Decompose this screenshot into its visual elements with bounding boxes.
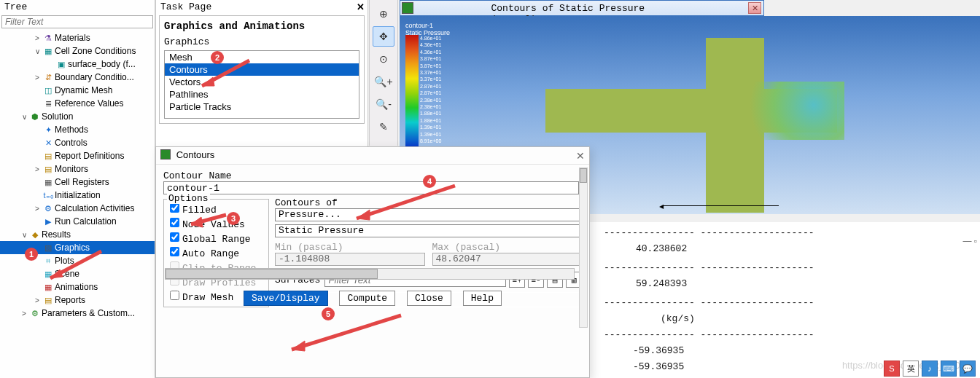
tree-toggle-icon[interactable]: > xyxy=(32,165,42,173)
tree-item[interactable]: >⚗Materials xyxy=(0,31,155,44)
tree-item[interactable]: ≣Reference Values xyxy=(0,97,155,110)
dialog-vscroll-thumb[interactable] xyxy=(580,168,587,183)
tree-node-icon: ⇵ xyxy=(42,72,54,82)
legend-tick: 1.39e+01 xyxy=(420,131,441,138)
dialog-hscroll-thumb[interactable] xyxy=(166,269,378,279)
tree-node-label: Initialization xyxy=(55,190,101,200)
view-toolbar-button[interactable]: 🔍+ xyxy=(373,71,394,92)
tree-item[interactable]: ▶Run Calculation xyxy=(0,215,155,228)
dialog-vscrollbar[interactable] xyxy=(579,168,588,328)
tree-node-icon: t₌₀ xyxy=(42,190,54,200)
console-line: 59.248393 xyxy=(604,276,965,292)
global-range-checkbox[interactable] xyxy=(170,232,179,242)
legend-tick: 4.86e+01 xyxy=(420,35,441,42)
ime-voice-icon[interactable]: ♪ xyxy=(922,361,938,377)
tree-node-label: Solution xyxy=(42,111,73,122)
tree-item[interactable]: >⚙Calculation Activities xyxy=(0,202,155,215)
compute-button[interactable]: Compute xyxy=(339,291,395,306)
tree-item[interactable]: ▣surface_body (f... xyxy=(0,58,155,71)
console-line: 40.238602 xyxy=(604,241,965,257)
svg-marker-3 xyxy=(357,210,370,220)
task-page-title: Task Page ✕ xyxy=(156,0,368,14)
auto-range-checkbox[interactable] xyxy=(170,247,179,256)
close-button[interactable]: Close xyxy=(407,291,451,306)
legend-tick: 8.91e+00 xyxy=(420,138,441,144)
tree-node-label: Boundary Conditio... xyxy=(55,72,134,82)
tree-node-label: Controls xyxy=(55,138,88,148)
save-display-button[interactable]: Save/Display xyxy=(244,291,328,306)
render-window-titlebar[interactable]: Contours of Static Pressure (pascal) ✕ xyxy=(400,0,764,16)
dialog-titlebar[interactable]: Contours ✕ xyxy=(156,147,589,165)
tree-item[interactable]: ▦Cell Registers xyxy=(0,176,155,189)
tree-toggle-icon[interactable]: > xyxy=(19,310,29,318)
tree-node-label: Parameters & Custom... xyxy=(42,308,135,318)
tree-item[interactable]: ▤Report Definitions xyxy=(0,149,155,162)
task-page-panel: Task Page ✕ Graphics and Animations Grap… xyxy=(155,0,368,153)
annotation-bubble-5: 5 xyxy=(322,307,335,320)
option-auto-range[interactable]: Auto Range xyxy=(167,245,265,259)
dialog-close-button[interactable]: ✕ xyxy=(576,150,585,162)
ime-keyboard-icon[interactable]: ⌨ xyxy=(941,361,957,377)
tree-item[interactable]: ∨◆Results xyxy=(0,228,155,241)
render-window-close-button[interactable]: ✕ xyxy=(748,2,761,14)
tree-node-label: Methods xyxy=(55,125,88,135)
minimize-icon[interactable]: — ▫ xyxy=(962,236,977,246)
legend-tick: 2.87e+01 xyxy=(420,83,441,90)
task-page-label: Task Page xyxy=(160,1,211,12)
task-page-close-button[interactable]: ✕ xyxy=(357,1,365,12)
tree-node-icon: ⚙ xyxy=(42,203,54,213)
tree-item[interactable]: ✦Methods xyxy=(0,123,155,136)
tree-node-icon: ⬢ xyxy=(29,111,41,122)
tree-item[interactable]: ∨⬢Solution xyxy=(0,110,155,123)
tree-item[interactable]: ∨▦Cell Zone Conditions xyxy=(0,44,155,58)
svg-marker-4 xyxy=(292,341,305,351)
legend-tick: 4.36e+01 xyxy=(420,42,441,48)
view-toolbar-button[interactable]: ⊙ xyxy=(373,49,394,69)
task-heading: Graphics and Animations xyxy=(164,20,359,32)
tree-toggle-icon[interactable]: > xyxy=(32,205,42,213)
variable-sub-select[interactable]: Static Pressure xyxy=(275,224,582,237)
contour-gradient xyxy=(742,82,844,140)
tree-toggle-icon[interactable]: ∨ xyxy=(19,113,29,121)
legend-ticks: 4.86e+014.36e+014.36e+013.87e+013.87e+01… xyxy=(420,35,441,151)
view-toolbar-button[interactable]: ⊕ xyxy=(373,4,394,24)
tree-panel: Tree >⚗Materials∨▦Cell Zone Conditions▣s… xyxy=(0,0,155,378)
tree-toggle-icon[interactable]: > xyxy=(32,74,42,82)
tree-node-label: surface_body (f... xyxy=(68,59,136,69)
tree-item[interactable]: >⇵Boundary Conditio... xyxy=(0,71,155,84)
tree-item[interactable]: >▤Monitors xyxy=(0,162,155,176)
graphics-list-item[interactable]: Particle Tracks xyxy=(165,101,359,113)
ime-chat-icon[interactable]: 💬 xyxy=(960,361,976,377)
ime-lang-icon[interactable]: 英 xyxy=(903,361,919,377)
view-toolbar-button[interactable]: 🔍- xyxy=(373,94,394,114)
tree-toggle-icon[interactable]: ∨ xyxy=(19,231,29,239)
tree-toggle-icon[interactable]: > xyxy=(32,34,42,42)
view-toolbar-button[interactable]: ✥ xyxy=(373,26,394,47)
tree-item[interactable]: ✕Controls xyxy=(0,136,155,149)
annotation-arrow-1 xyxy=(32,248,105,288)
contour-name-label: Contour Name xyxy=(163,170,582,181)
annotation-arrow-2 xyxy=(191,57,257,93)
tree-toggle-icon[interactable]: > xyxy=(32,296,42,304)
tree-toggle-icon[interactable]: ∨ xyxy=(32,47,42,55)
tree-node-label: Monitors xyxy=(55,164,88,174)
tree-item[interactable]: >▤Reports xyxy=(0,294,155,307)
legend-tick: 4.36e+01 xyxy=(420,49,441,55)
legend-tick: 1.88e+01 xyxy=(420,117,441,124)
tree-item[interactable]: >⚙Parameters & Custom... xyxy=(0,307,155,320)
axis-indicator: ◀ xyxy=(662,205,779,206)
tree-node-label: Calculation Activities xyxy=(55,203,134,213)
dialog-hscrollbar[interactable] xyxy=(165,268,575,280)
tree-node-icon: ▶ xyxy=(42,216,54,227)
tree-item[interactable]: ◫Dynamic Mesh xyxy=(0,84,155,97)
tree-node-icon: ▦ xyxy=(42,177,54,187)
help-button[interactable]: Help xyxy=(463,291,502,306)
ime-icon[interactable]: S xyxy=(884,361,900,377)
dialog-window-icon xyxy=(160,149,171,160)
node-values-checkbox[interactable] xyxy=(170,218,179,227)
options-legend: Options xyxy=(167,193,210,204)
tree-item[interactable]: t₌₀Initialization xyxy=(0,189,155,202)
filled-checkbox[interactable] xyxy=(170,203,179,213)
tree-filter-input[interactable] xyxy=(1,15,153,28)
view-toolbar-button[interactable]: ✎ xyxy=(373,117,394,137)
